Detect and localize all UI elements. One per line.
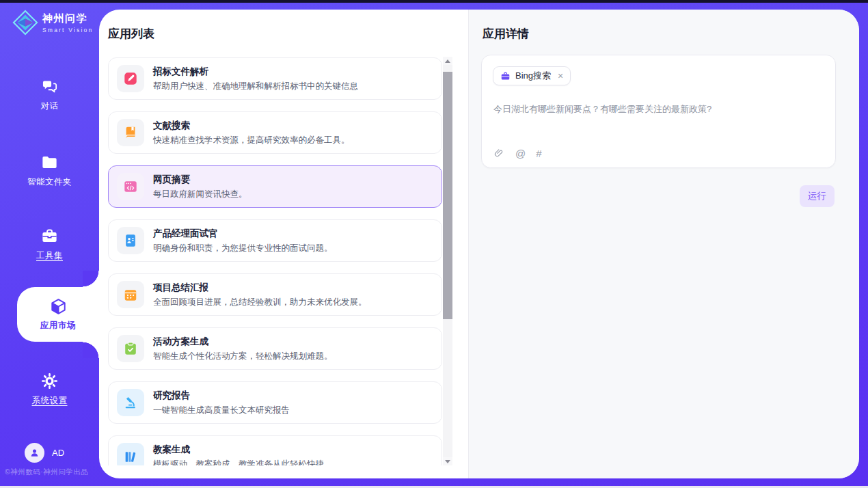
app-card-description: 明确身份和职责，为您提供专业性的面试问题。 bbox=[153, 243, 333, 254]
sidebar: 神州问学 Smart Vision 对话 智能文件夹 工具集 应用市场 系统设置… bbox=[0, 3, 99, 488]
folder-icon bbox=[40, 153, 59, 172]
scrollbar-track[interactable] bbox=[443, 65, 452, 457]
app-card-title: 项目总结汇报 bbox=[153, 282, 367, 294]
composer-toolbar: @ # bbox=[493, 148, 542, 159]
app-logo: 神州问学 Smart Vision bbox=[12, 10, 93, 36]
app-card[interactable]: 教案生成 模板驱动，教案秒成，教学准备从此轻松快捷 bbox=[108, 435, 442, 465]
content-panel: 应用列表 招标文件解析 帮助用户快速、准确地理解和解析招标书中的关键信息 文献搜… bbox=[99, 10, 859, 478]
books-icon bbox=[123, 449, 138, 464]
app-card-title: 教案生成 bbox=[153, 444, 324, 456]
app-card-description: 模板驱动，教案秒成，教学准备从此轻松快捷 bbox=[153, 459, 324, 466]
app-card[interactable]: 活动方案生成 智能生成个性化活动方案，轻松解决规划难题。 bbox=[108, 327, 442, 370]
app-card[interactable]: 招标文件解析 帮助用户快速、准确地理解和解析招标书中的关键信息 bbox=[108, 57, 442, 100]
copyright-text: ©神州数码·神州问学出品 bbox=[5, 467, 88, 477]
scrollbar-thumb[interactable] bbox=[443, 72, 452, 319]
book-icon bbox=[123, 125, 138, 140]
app-card-title: 活动方案生成 bbox=[153, 336, 333, 348]
briefcase-icon bbox=[500, 71, 511, 81]
sidebar-item-chat[interactable]: 对话 bbox=[0, 77, 99, 112]
cube-icon bbox=[49, 297, 68, 316]
app-card[interactable]: 文献搜索 快速精准查找学术资源，提高研究效率的必备工具。 bbox=[108, 111, 442, 154]
microscope-icon bbox=[123, 395, 138, 410]
chat-icon bbox=[40, 77, 59, 96]
sidebar-item-toolset[interactable]: 工具集 bbox=[0, 227, 99, 262]
sidebar-item-system-settings[interactable]: 系统设置 bbox=[0, 372, 99, 407]
tool-tag-bing-search[interactable]: Bing搜索 × bbox=[493, 66, 571, 85]
app-list-title: 应用列表 bbox=[108, 26, 154, 42]
app-card-description: 每日政府新闻资讯快查。 bbox=[153, 189, 247, 200]
composer-card[interactable]: Bing搜索 × 今日湖北有哪些新闻要点？有哪些需要关注的最新政策? @ # bbox=[481, 55, 836, 168]
scrollbar-up-arrow-icon[interactable] bbox=[443, 57, 452, 65]
app-card-description: 智能生成个性化活动方案，轻松解决规划难题。 bbox=[153, 351, 333, 362]
logo-title: 神州问学 bbox=[42, 12, 93, 25]
app-detail-section: 应用详情 Bing搜索 × 今日湖北有哪些新闻要点？有哪些需要关注的最新政策? bbox=[468, 10, 859, 478]
app-card-title: 招标文件解析 bbox=[153, 66, 358, 78]
window-top-edge bbox=[0, 0, 868, 3]
app-card-list: 招标文件解析 帮助用户快速、准确地理解和解析招标书中的关键信息 文献搜索 快速精… bbox=[108, 57, 442, 465]
app-card-title: 产品经理面试官 bbox=[153, 228, 333, 240]
app-card-description: 一键智能生成高质量长文本研究报告 bbox=[153, 405, 290, 416]
resume-icon bbox=[123, 233, 138, 248]
app-card[interactable]: 网页摘要 每日政府新闻资讯快查。 bbox=[108, 165, 442, 208]
close-icon[interactable]: × bbox=[558, 71, 563, 81]
mention-icon[interactable]: @ bbox=[515, 148, 526, 159]
toolbox-icon bbox=[40, 227, 59, 245]
gear-icon bbox=[40, 372, 59, 390]
clipboard-check-icon bbox=[123, 341, 138, 356]
app-detail-title: 应用详情 bbox=[483, 26, 529, 42]
prompt-text[interactable]: 今日湖北有哪些新闻要点？有哪些需要关注的最新政策? bbox=[493, 103, 824, 116]
app-card-title: 研究报告 bbox=[153, 390, 290, 402]
edit-doc-icon bbox=[123, 71, 138, 86]
app-card[interactable]: 产品经理面试官 明确身份和职责，为您提供专业性的面试问题。 bbox=[108, 219, 442, 262]
sidebar-item-app-market[interactable]: 应用市场 bbox=[17, 287, 99, 342]
app-card[interactable]: 研究报告 一键智能生成高质量长文本研究报告 bbox=[108, 381, 442, 424]
app-card[interactable]: 项目总结汇报 全面回顾项目进展，总结经验教训，助力未来优化发展。 bbox=[108, 273, 442, 316]
app-card-description: 快速精准查找学术资源，提高研究效率的必备工具。 bbox=[153, 135, 350, 146]
app-list-section: 应用列表 招标文件解析 帮助用户快速、准确地理解和解析招标书中的关键信息 文献搜… bbox=[99, 10, 468, 478]
shenzhou-wenxue-app-window: 神州问学 Smart Vision 对话 智能文件夹 工具集 应用市场 系统设置… bbox=[0, 0, 868, 488]
attachment-icon[interactable] bbox=[493, 148, 505, 159]
app-card-title: 文献搜索 bbox=[153, 120, 350, 132]
calendar-icon bbox=[123, 287, 138, 302]
app-card-description: 帮助用户快速、准确地理解和解析招标书中的关键信息 bbox=[153, 81, 358, 92]
scrollbar[interactable] bbox=[443, 57, 452, 465]
logo-subtitle: Smart Vision bbox=[42, 27, 93, 33]
tool-tag-label: Bing搜索 bbox=[515, 70, 551, 82]
sidebar-item-smart-folder[interactable]: 智能文件夹 bbox=[0, 153, 99, 188]
user-initials: AD bbox=[52, 448, 64, 458]
avatar bbox=[25, 443, 44, 463]
app-card-description: 全面回顾项目进展，总结经验教训，助力未来优化发展。 bbox=[153, 297, 367, 308]
browser-code-icon bbox=[123, 179, 138, 194]
app-card-title: 网页摘要 bbox=[153, 174, 247, 186]
user-account[interactable]: AD bbox=[25, 443, 64, 463]
logo-diamond-icon bbox=[12, 10, 38, 36]
run-button[interactable]: 运行 bbox=[800, 185, 835, 207]
hash-icon[interactable]: # bbox=[536, 148, 541, 159]
scrollbar-down-arrow-icon[interactable] bbox=[443, 457, 452, 465]
